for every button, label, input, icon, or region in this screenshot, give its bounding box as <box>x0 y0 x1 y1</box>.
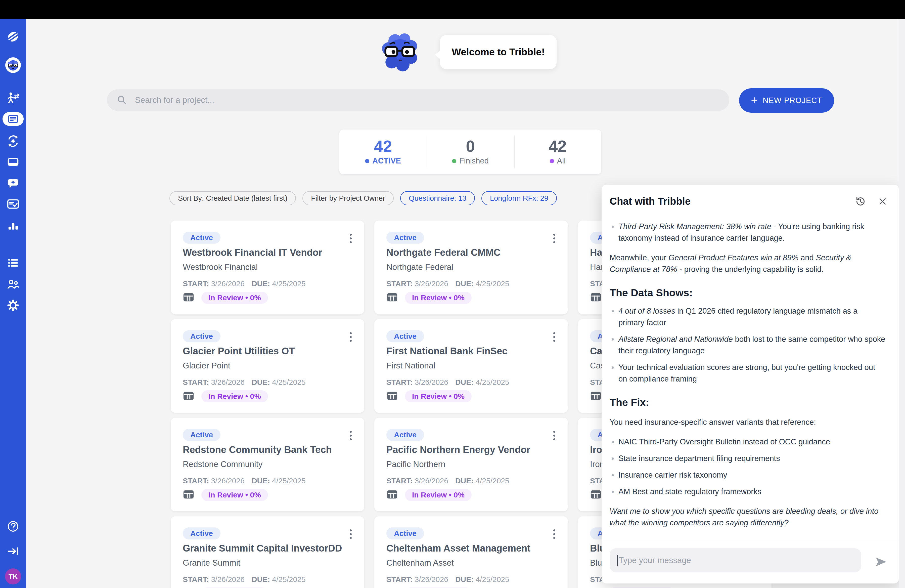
card-dates: START:3/26/2026DUE:4/25/2025 <box>183 477 306 485</box>
status-badge: Active <box>386 528 424 539</box>
avatar-initials: TK <box>8 573 17 580</box>
sidebar-item-tray[interactable] <box>6 154 21 170</box>
filter-chip[interactable]: Filter by Project Owner <box>302 191 394 205</box>
kebab-dot <box>553 529 555 531</box>
sidebar-item-settings[interactable] <box>6 298 21 313</box>
text: - proving the underlying capability is s… <box>677 265 824 273</box>
kebab-menu-icon[interactable] <box>348 528 353 540</box>
card-title: Redstone Community Bank Tech <box>183 444 332 455</box>
card-title: Northgate Federal CMMC <box>386 247 500 258</box>
kebab-menu-icon[interactable] <box>348 232 353 245</box>
filter-chip[interactable]: Longform RFx: 29 <box>481 191 557 205</box>
sidebar-item-sign-out[interactable] <box>6 544 21 559</box>
project-card[interactable]: ActiveCheltenham Asset ManagementChelten… <box>374 516 568 588</box>
stat-all[interactable]: 42All <box>514 130 601 174</box>
table-icon <box>183 291 194 303</box>
stat-label: All <box>550 156 566 165</box>
stat-value: 0 <box>466 138 475 154</box>
sidebar-item-ai-sync[interactable] <box>6 133 21 149</box>
chat-close-button[interactable] <box>876 195 889 208</box>
chat-history-button[interactable] <box>854 195 867 208</box>
project-card[interactable]: ActiveGlacier Point Utilities OTGlacier … <box>171 319 364 413</box>
stat-finished[interactable]: 0Finished <box>427 130 514 174</box>
kebab-menu-icon[interactable] <box>348 331 353 343</box>
logo-icon <box>5 29 21 45</box>
card-title: Westbrook Financial IT Vendor <box>183 247 322 258</box>
send-button[interactable] <box>873 554 888 569</box>
due-date: DUE:4/25/2025 <box>252 280 306 288</box>
project-card[interactable]: ActivePacific Northern Energy VendorPaci… <box>374 418 568 511</box>
sidebar-item-handoff[interactable] <box>6 91 21 106</box>
stat-active[interactable]: 42ACTIVE <box>339 130 427 174</box>
new-project-button[interactable]: + NEW PROJECT <box>739 88 834 113</box>
kebab-menu-icon[interactable] <box>348 429 353 442</box>
start-date: START:3/26/2026 <box>183 575 245 583</box>
page-scrollbar[interactable] <box>899 19 905 588</box>
filter-chip[interactable]: Sort By: Created Date (latest first) <box>170 191 296 205</box>
status-badge: Active <box>183 429 221 441</box>
bullet-dot <box>611 441 614 443</box>
start-date: START:3/26/2026 <box>386 378 448 386</box>
chat-bullet-item: Your technical evaluation scores are str… <box>610 362 885 385</box>
project-card[interactable]: ActiveRedstone Community Bank TechRedsto… <box>171 418 364 511</box>
text: Your technical evaluation scores are str… <box>618 363 875 383</box>
text: AM Best and state regulatory frameworks <box>618 487 762 496</box>
due-date: DUE:4/25/2025 <box>252 477 306 485</box>
kebab-dot <box>350 533 352 535</box>
bullet-dot <box>611 366 614 369</box>
kebab-menu-icon[interactable] <box>552 528 557 540</box>
table-icon <box>590 489 602 500</box>
card-dates: START:3/26/2026DUE:4/25/2025 <box>386 477 509 485</box>
sidebar-item-people[interactable] <box>6 277 21 292</box>
table-icon <box>590 291 602 303</box>
project-card[interactable]: ActiveFirst National Bank FinSecFirst Na… <box>374 319 568 413</box>
kebab-menu-icon[interactable] <box>552 429 557 442</box>
chat-bullet-list: 4 out of 8 losses in Q1 2026 cited regul… <box>610 305 885 385</box>
stat-label: ACTIVE <box>365 156 401 165</box>
user-avatar[interactable]: TK <box>5 568 21 585</box>
sidebar-item-checklist[interactable] <box>6 197 21 212</box>
kebab-dot <box>350 237 352 240</box>
due-date: DUE:4/25/2025 <box>455 378 509 386</box>
project-search-input[interactable]: Search for a project... <box>107 89 729 111</box>
project-card[interactable]: ActiveNorthgate Federal CMMCNorthgate Fe… <box>374 221 568 314</box>
sidebar-item-list[interactable] <box>6 255 21 270</box>
table-icon <box>386 291 398 303</box>
kebab-menu-icon[interactable] <box>552 331 557 343</box>
filter-chip[interactable]: Questionnaire: 13 <box>400 191 475 205</box>
close-icon <box>877 196 888 207</box>
sidebar-item-help[interactable] <box>6 519 21 534</box>
chat-messages[interactable]: Third-Party Risk Management: 38% win rat… <box>602 214 895 540</box>
kebab-dot <box>553 533 555 535</box>
text: NAIC Third-Party Oversight Bulletin inst… <box>618 437 830 446</box>
italic-text: Allstate Regional and Nationwide <box>618 335 733 343</box>
sidebar-item-projects-selected[interactable] <box>3 112 24 126</box>
gear-icon <box>6 299 20 312</box>
chat-input-area: Type your message <box>602 540 899 583</box>
table-icon <box>386 390 398 402</box>
kebab-menu-icon[interactable] <box>552 232 557 245</box>
search-icon <box>116 95 127 106</box>
card-company: Glacier Point <box>183 361 230 370</box>
text: Insurance carrier risk taxonomy <box>618 470 727 479</box>
card-dates: START:3/26/2026DUE:4/25/2025 <box>183 575 306 584</box>
card-company: Northgate Federal <box>386 262 453 272</box>
card-company: Westbrook Financial <box>183 262 258 272</box>
status-badge: Active <box>386 232 424 244</box>
project-card[interactable]: ActiveWestbrook Financial IT VendorWestb… <box>171 221 364 314</box>
chat-message-input[interactable]: Type your message <box>610 548 861 572</box>
stat-value: 42 <box>549 138 567 154</box>
italic-text: General Product Features win at 89% <box>668 253 799 262</box>
sidebar-item-chat[interactable] <box>6 176 21 191</box>
text: You need insurance-specific answer varia… <box>610 418 816 426</box>
kebab-dot <box>553 234 555 236</box>
sidebar-item-analytics[interactable] <box>6 218 21 234</box>
card-footer: In Review • 0% <box>386 489 472 501</box>
card-dates: START:3/26/2026DUE:4/25/2025 <box>183 378 306 386</box>
project-card[interactable]: ActiveGranite Summit Capital InvestorDDG… <box>171 516 364 588</box>
due-date: DUE:4/25/2025 <box>455 280 509 288</box>
bullet-text: State insurance department filing requir… <box>618 453 780 464</box>
kebab-dot <box>350 241 352 243</box>
chat-heading: The Data Shows: <box>610 287 885 299</box>
mascot-avatar-icon[interactable] <box>5 57 21 73</box>
